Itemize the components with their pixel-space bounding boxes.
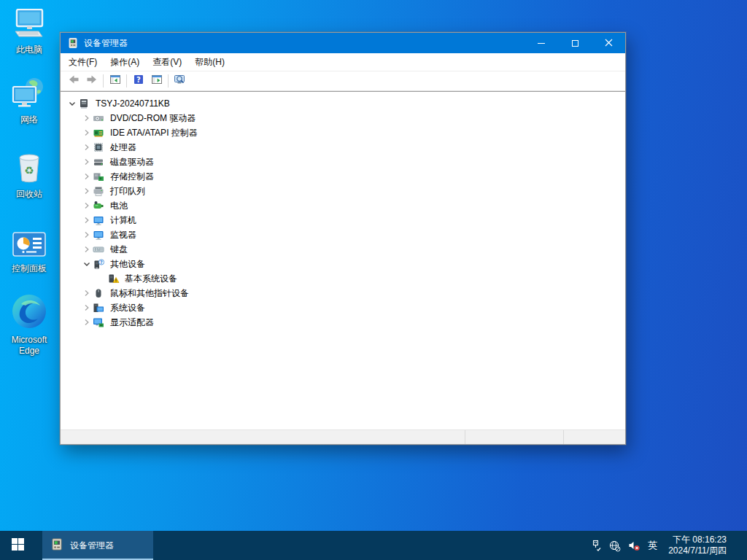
window-titlebar: 设备管理器 bbox=[61, 33, 625, 53]
tree-item[interactable]: 磁盘驱动器 bbox=[61, 155, 625, 169]
tree-item[interactable]: 显示适配器 bbox=[61, 315, 625, 330]
chevron-expanded-icon[interactable] bbox=[81, 258, 93, 270]
tree-item-label[interactable]: 计算机 bbox=[108, 214, 139, 228]
chevron-collapsed-icon[interactable] bbox=[81, 214, 93, 226]
chevron-collapsed-icon[interactable] bbox=[81, 171, 93, 182]
tree-item[interactable]: ? 其他设备 bbox=[61, 257, 625, 271]
minimize-button[interactable] bbox=[525, 33, 558, 53]
volume-muted-icon[interactable] bbox=[627, 540, 640, 552]
tree-item[interactable]: 监视器 bbox=[61, 228, 625, 242]
chevron-collapsed-icon[interactable] bbox=[81, 141, 93, 153]
system-tray: 英 下午 08:16:23 2024/7/11/周四 bbox=[589, 531, 747, 560]
tree-item[interactable]: 处理器 bbox=[61, 140, 625, 155]
desktop-icon-network[interactable]: 网络 bbox=[1, 79, 58, 125]
chevron-collapsed-icon[interactable] bbox=[81, 229, 93, 241]
computer-monitor-icon bbox=[93, 214, 105, 226]
menu-bar: 文件(F) 操作(A) 查看(V) 帮助(H) bbox=[61, 53, 625, 71]
tree-item[interactable]: DVD/CD-ROM 驱动器 bbox=[61, 111, 625, 125]
desktop-icon-label[interactable]: Microsoft Edge bbox=[1, 335, 58, 357]
toolbar-separator bbox=[168, 74, 169, 88]
chevron-spacer bbox=[96, 273, 107, 284]
taskbar: 设备管理器 英 下午 08:16:23 2024/7/11/周四 bbox=[0, 531, 747, 560]
this-pc-icon bbox=[12, 9, 46, 42]
tree-item[interactable]: 系统设备 bbox=[61, 300, 625, 315]
tree-item-label[interactable]: 显示适配器 bbox=[108, 316, 156, 330]
tree-item-label[interactable]: 其他设备 bbox=[108, 257, 147, 271]
keyboard-icon bbox=[93, 244, 105, 255]
window-title: 设备管理器 bbox=[84, 37, 128, 50]
chevron-collapsed-icon[interactable] bbox=[81, 185, 93, 197]
forward-icon bbox=[86, 74, 98, 88]
language-indicator[interactable]: 英 bbox=[646, 539, 659, 552]
taskbar-clock[interactable]: 下午 08:16:23 2024/7/11/周四 bbox=[665, 534, 732, 556]
chevron-collapsed-icon[interactable] bbox=[81, 156, 93, 168]
tree-item[interactable]: 存储控制器 bbox=[61, 169, 625, 184]
tree-item-label[interactable]: 键盘 bbox=[108, 243, 130, 257]
system-device-icon bbox=[93, 302, 105, 314]
minimize-icon bbox=[538, 43, 545, 44]
tree-item-label[interactable]: 打印队列 bbox=[108, 184, 147, 198]
tree-item-label[interactable]: 系统设备 bbox=[108, 301, 147, 315]
tree-item[interactable]: 计算机 bbox=[61, 213, 625, 228]
chevron-collapsed-icon[interactable] bbox=[81, 200, 93, 211]
tree-item-label[interactable]: 磁盘驱动器 bbox=[108, 155, 156, 169]
tree-item[interactable]: 打印队列 bbox=[61, 184, 625, 198]
console-tree-icon bbox=[109, 74, 121, 88]
unknown-device-icon: ? bbox=[93, 258, 105, 270]
start-button[interactable] bbox=[0, 531, 35, 560]
taskbar-item-device-manager[interactable]: 设备管理器 bbox=[42, 531, 153, 560]
menu-action[interactable]: 操作(A) bbox=[104, 53, 146, 71]
toolbar: ? bbox=[61, 71, 625, 91]
disk-drive-icon bbox=[93, 156, 105, 168]
properties-button[interactable] bbox=[147, 73, 166, 90]
help-button[interactable]: ? bbox=[129, 73, 147, 90]
desktop-icon-label[interactable]: 网络 bbox=[1, 114, 58, 125]
svg-text:?: ? bbox=[100, 260, 103, 265]
tree-item-label[interactable]: DVD/CD-ROM 驱动器 bbox=[108, 112, 198, 125]
chevron-collapsed-icon[interactable] bbox=[81, 112, 93, 124]
desktop-icon-label[interactable]: 回收站 bbox=[1, 189, 58, 200]
tree-item-label[interactable]: 存储控制器 bbox=[108, 170, 156, 184]
chevron-collapsed-icon[interactable] bbox=[81, 127, 93, 139]
maximize-button[interactable] bbox=[558, 33, 592, 53]
tree-item-root[interactable]: TSYJ-20240711KB bbox=[61, 96, 625, 111]
chevron-collapsed-icon[interactable] bbox=[81, 244, 93, 255]
close-button[interactable] bbox=[592, 33, 625, 53]
tree-item-label[interactable]: 处理器 bbox=[108, 141, 139, 155]
tree-item[interactable]: 键盘 bbox=[61, 242, 625, 257]
usb-safely-remove-icon[interactable] bbox=[589, 540, 602, 552]
tree-item-label[interactable]: 鼠标和其他指针设备 bbox=[108, 287, 191, 300]
console-tree-button[interactable] bbox=[106, 73, 124, 90]
chevron-expanded-icon[interactable] bbox=[66, 98, 78, 109]
tree-item[interactable]: IDE ATA/ATAPI 控制器 bbox=[61, 125, 625, 140]
desktop-icon-control-panel[interactable]: 控制面板 bbox=[1, 228, 58, 274]
control-panel-icon bbox=[12, 232, 46, 261]
scan-hardware-button[interactable] bbox=[171, 73, 189, 90]
chevron-collapsed-icon[interactable] bbox=[81, 316, 93, 328]
desktop-icon-recycle-bin[interactable]: ♻ 回收站 bbox=[1, 153, 58, 200]
desktop-icon-this-pc[interactable]: 此电脑 bbox=[1, 9, 58, 55]
edge-icon bbox=[11, 293, 47, 332]
desktop-icon-edge[interactable]: Microsoft Edge bbox=[1, 299, 58, 357]
menu-view[interactable]: 查看(V) bbox=[146, 53, 188, 71]
chevron-collapsed-icon[interactable] bbox=[81, 302, 93, 314]
tree-item-problem-device[interactable]: 基本系统设备 bbox=[61, 271, 625, 286]
maximize-icon bbox=[572, 40, 578, 47]
tree-item-label[interactable]: IDE ATA/ATAPI 控制器 bbox=[108, 126, 200, 140]
svg-text:♻: ♻ bbox=[24, 164, 34, 177]
menu-file[interactable]: 文件(F) bbox=[62, 53, 104, 71]
menu-help[interactable]: 帮助(H) bbox=[188, 53, 231, 71]
tree-item[interactable]: 电池 bbox=[61, 198, 625, 213]
network-globe-offline-icon[interactable] bbox=[608, 540, 621, 552]
back-button[interactable] bbox=[64, 73, 82, 90]
desktop-icon-label[interactable]: 控制面板 bbox=[1, 263, 58, 274]
tree-item-label[interactable]: TSYJ-20240711KB bbox=[93, 98, 172, 109]
tree-item-label[interactable]: 基本系统设备 bbox=[123, 272, 179, 286]
tree-item[interactable]: 鼠标和其他指针设备 bbox=[61, 286, 625, 300]
forward-button[interactable] bbox=[82, 73, 101, 90]
computer-icon bbox=[78, 98, 90, 109]
chevron-collapsed-icon[interactable] bbox=[81, 287, 93, 299]
desktop-icon-label[interactable]: 此电脑 bbox=[1, 44, 58, 55]
tree-item-label[interactable]: 电池 bbox=[108, 199, 130, 213]
tree-item-label[interactable]: 监视器 bbox=[108, 228, 139, 242]
